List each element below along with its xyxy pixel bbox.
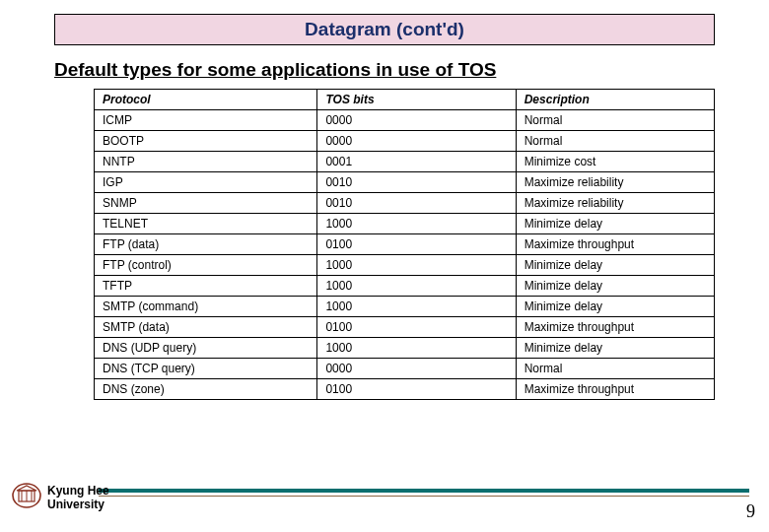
table-cell: 1000 — [317, 214, 516, 234]
table-cell: 1000 — [317, 338, 516, 359]
table-cell: Normal — [516, 110, 714, 131]
table-cell: 0000 — [317, 131, 516, 152]
table-row: TFTP1000Minimize delay — [95, 276, 715, 297]
table-row: IGP0010Maximize reliability — [95, 172, 715, 193]
table-cell: Minimize delay — [516, 255, 714, 276]
university-logo-icon — [10, 481, 43, 510]
table-row: SMTP (data)0100Maximize throughput — [95, 317, 715, 338]
table-cell: TFTP — [95, 276, 317, 297]
table-row: FTP (control)1000Minimize delay — [95, 255, 715, 276]
table-cell: 0010 — [317, 172, 516, 193]
table-cell: 0100 — [317, 234, 516, 255]
table-row: DNS (zone)0100Maximize throughput — [95, 379, 715, 400]
col-header-description: Description — [516, 90, 714, 110]
table-cell: SNMP — [95, 193, 317, 214]
table-cell: SMTP (command) — [95, 297, 317, 317]
table-cell: Minimize delay — [516, 338, 714, 359]
table-header-row: Protocol TOS bits Description — [95, 90, 715, 110]
table-cell: Minimize delay — [516, 297, 714, 317]
table-row: DNS (UDP query)1000Minimize delay — [95, 338, 715, 359]
table-row: SMTP (command)1000Minimize delay — [95, 297, 715, 317]
table-row: BOOTP0000Normal — [95, 131, 715, 152]
university-name-line2: University — [47, 498, 105, 511]
table-cell: 1000 — [317, 276, 516, 297]
table-cell: Normal — [516, 359, 714, 379]
university-name-line1: Kyung Hee — [47, 484, 109, 498]
table-cell: Minimize cost — [516, 152, 714, 172]
page-number: 9 — [746, 501, 755, 522]
tos-table-wrap: Protocol TOS bits Description ICMP0000No… — [94, 89, 715, 400]
table-row: FTP (data)0100Maximize throughput — [95, 234, 715, 255]
table-cell: Maximize throughput — [516, 234, 714, 255]
table-cell: NNTP — [95, 152, 317, 172]
table-row: DNS (TCP query)0000Normal — [95, 359, 715, 379]
table-cell: DNS (zone) — [95, 379, 317, 400]
table-cell: IGP — [95, 172, 317, 193]
slide-title-bar: Datagram (cont'd) — [54, 14, 715, 45]
table-cell: DNS (UDP query) — [95, 338, 317, 359]
table-row: ICMP0000Normal — [95, 110, 715, 131]
table-cell: Minimize delay — [516, 276, 714, 297]
svg-marker-5 — [17, 486, 36, 491]
slide-subtitle: Default types for some applications in u… — [54, 59, 769, 81]
university-name: Kyung Hee University — [47, 485, 109, 512]
table-cell: DNS (TCP query) — [95, 359, 317, 379]
table-row: SNMP0010Maximize reliability — [95, 193, 715, 214]
table-row: NNTP0001Minimize cost — [95, 152, 715, 172]
table-cell: Maximize throughput — [516, 379, 714, 400]
table-cell: 0100 — [317, 379, 516, 400]
table-cell: 1000 — [317, 297, 516, 317]
table-cell: Minimize delay — [516, 214, 714, 234]
table-cell: Normal — [516, 131, 714, 152]
table-cell: 0000 — [317, 359, 516, 379]
table-cell: 1000 — [317, 255, 516, 276]
table-cell: Maximize reliability — [516, 193, 714, 214]
table-row: TELNET1000Minimize delay — [95, 214, 715, 234]
footer-rule-thick — [99, 489, 749, 493]
slide-title: Datagram (cont'd) — [305, 19, 464, 40]
table-cell: ICMP — [95, 110, 317, 131]
table-cell: Maximize reliability — [516, 172, 714, 193]
table-cell: FTP (data) — [95, 234, 317, 255]
table-cell: SMTP (data) — [95, 317, 317, 338]
tos-table: Protocol TOS bits Description ICMP0000No… — [94, 89, 715, 400]
table-cell: 0001 — [317, 152, 516, 172]
footer-rule-thin — [99, 496, 749, 497]
table-cell: 0000 — [317, 110, 516, 131]
table-cell: 0100 — [317, 317, 516, 338]
table-cell: 0010 — [317, 193, 516, 214]
slide-footer: Kyung Hee University 9 — [0, 487, 769, 526]
table-cell: BOOTP — [95, 131, 317, 152]
table-cell: TELNET — [95, 214, 317, 234]
table-cell: Maximize throughput — [516, 317, 714, 338]
col-header-tos: TOS bits — [317, 90, 516, 110]
col-header-protocol: Protocol — [95, 90, 317, 110]
table-cell: FTP (control) — [95, 255, 317, 276]
